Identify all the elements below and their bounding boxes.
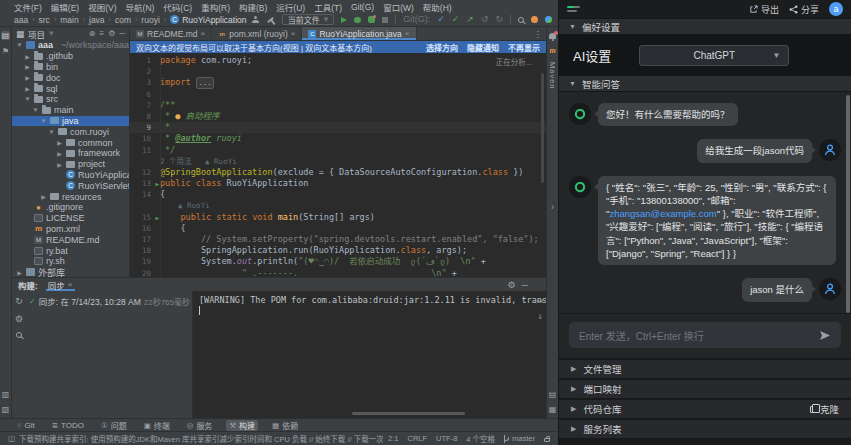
file-encoding[interactable]: UTF-8 [436,434,457,443]
tree-row[interactable]: ry.sh [12,256,129,267]
banner-action[interactable]: 选择方向 [426,42,458,53]
git-history-icon[interactable]: ↺ [481,15,489,24]
resync-icon[interactable]: ↻ [15,296,23,306]
menu-item[interactable]: 代码(C) [163,1,192,13]
menu-item[interactable]: 运行(U) [276,1,305,13]
tree-row[interactable]: ▶sql [12,83,129,94]
hide-panel-icon[interactable]: ─ [119,29,125,38]
menu-item[interactable]: 帮助(H) [423,1,452,13]
email-link[interactable]: zhangsan@example.com [609,208,716,219]
editor-tab[interactable]: MREADME.md× [130,27,212,40]
section-端口映射[interactable]: ▶端口映射 [559,378,851,398]
tree-row[interactable]: ry.bat [12,245,129,256]
breadcrumb-item[interactable]: java [89,15,105,25]
chat-input[interactable]: Enter 发送，Ctrl+Enter 换行 [569,322,841,348]
menu-item[interactable]: 窗口(W) [383,1,414,13]
notifications-bell-icon[interactable] [549,33,556,39]
console-settings-icon[interactable]: ⚙ [508,280,516,290]
menu-item[interactable]: 重构(R) [201,1,230,13]
editor-scrollbar[interactable] [541,73,544,183]
tree-row[interactable]: ▶common [12,137,129,148]
collapse-all-icon[interactable]: ≡ [99,29,104,38]
banner-action[interactable]: 隐藏通知 [467,42,499,53]
problems-stripe-icon[interactable]: ▦ [549,405,557,414]
tree-row[interactable]: ▼main [12,105,129,116]
send-icon[interactable] [819,330,831,341]
clone-button[interactable]: 克隆 [810,402,839,416]
menu-item[interactable]: Git(G) [351,2,374,12]
layout-icon[interactable]: ▤ [549,390,557,399]
tree-row[interactable]: mpom.xml [12,224,129,235]
tab-close-icon[interactable]: × [405,29,410,38]
share-button[interactable]: 分享 [789,3,819,16]
tree-row[interactable]: ▼aaa [ruoyi]~/workspace/aaa [12,40,129,51]
editor-tab[interactable]: CRuoYiApplication.java× [302,27,416,40]
tab-close-icon[interactable]: × [201,29,206,38]
structure-icon[interactable]: ▧ [2,405,10,414]
toolwindow-button-问题[interactable]: ①问题 [98,420,130,431]
console-output[interactable]: [WARNING] The POM for com.alibaba:druid:… [192,291,546,418]
section-代码仓库[interactable]: ▶代码仓库克隆 [559,398,851,418]
tree-chevron-icon[interactable]: ▼ [48,129,55,135]
scroll-to-end-icon[interactable]: ⇓ [538,311,543,321]
tree-chevron-icon[interactable]: ▶ [24,85,31,92]
locate-file-icon[interactable]: ⊗ [89,29,96,38]
project-toolwindow-button[interactable]: ▤ [1,31,11,40]
code-editor[interactable]: 正在分析... 1package com.ruoyi;23import ...6… [130,53,546,277]
git-commit-icon[interactable]: ✓ [452,15,460,24]
folded-imports[interactable]: ... [196,77,215,88]
run-button[interactable] [341,17,347,23]
ide-status-icon[interactable] [545,16,552,23]
tree-chevron-icon[interactable]: ▼ [16,42,23,48]
status-message[interactable]: ◫ 下载预构建共享索引: 使用预构建的JDK和Maven 库共享索引减少索引时间… [8,433,383,444]
tree-row[interactable]: ▼src [12,94,129,105]
tree-row[interactable]: ▶resources [12,191,129,202]
git-branch-widget[interactable]: master [504,434,535,443]
git-update-icon[interactable]: ✓ [437,15,445,24]
section-文件管理[interactable]: ▶文件管理 [559,358,851,378]
tree-chevron-icon[interactable]: ▶ [56,161,63,168]
tree-chevron-icon[interactable]: ▶ [24,63,31,70]
user-account-icon[interactable] [252,16,259,23]
filter-icon[interactable]: ⚙ [15,314,23,324]
tree-row[interactable]: ▼com.ruoyi [12,126,129,137]
run-gutter-icon[interactable]: ▶ [155,178,159,189]
panel-menu-icon[interactable] [567,6,580,12]
menu-item[interactable]: 编辑(E) [51,1,79,13]
tree-row[interactable]: ▶doc [12,72,129,83]
breadcrumb-item[interactable]: aaa [14,15,28,25]
section-服务列表[interactable]: ▶服务列表 [559,418,851,438]
git-rollback-icon[interactable]: ↻ [495,15,503,24]
update-indicator-icon[interactable] [531,16,538,23]
menu-item[interactable]: 导航(N) [126,1,155,13]
menu-item[interactable]: 构建(B) [239,1,267,13]
user-avatar[interactable]: a [829,2,843,16]
toolwindow-button-服务[interactable]: ◎服务 [184,420,216,431]
bookmarks-icon[interactable]: ⚑ [2,47,9,56]
console-minimize-icon[interactable]: ─ [522,280,528,290]
run-configuration-select[interactable]: 当前文件 ▾ [282,14,335,25]
tab-close-icon[interactable]: × [291,29,296,38]
readonly-lock-icon[interactable] [544,438,550,442]
breadcrumb-item[interactable]: src [39,15,50,25]
stop-button[interactable] [382,17,388,23]
menu-item[interactable]: 视图(V) [88,1,116,13]
expand-stripe-icon[interactable]: › [551,202,554,212]
menu-item[interactable]: 工具(T) [314,1,342,13]
menu-item[interactable]: 文件(F) [14,1,42,13]
console-tab-sync[interactable]: 同步 × [46,278,75,291]
toolwindow-button-todo[interactable]: ≣TODO [49,420,87,431]
model-select[interactable]: ChatGPT ▼ [639,45,789,66]
qa-section-header[interactable]: ▼ 智能问答 [559,75,851,92]
tree-row[interactable]: LICENSE [12,213,129,224]
breadcrumb-item[interactable]: main [60,15,78,25]
search-everywhere-icon[interactable] [518,17,524,23]
panel-settings-icon[interactable]: ⚙ [108,29,115,38]
tree-row[interactable]: CRuoYiApplication [12,170,129,181]
horizontal-scrollbar[interactable] [352,412,465,415]
project-panel-title[interactable]: 项目 [28,28,45,40]
editor-tab[interactable]: mpom.xml (ruoyi)× [212,27,302,40]
tree-chevron-icon[interactable]: ▶ [24,74,31,81]
tree-chevron-icon[interactable]: ▶ [40,193,47,200]
tree-row[interactable]: ▶.github [12,51,129,62]
